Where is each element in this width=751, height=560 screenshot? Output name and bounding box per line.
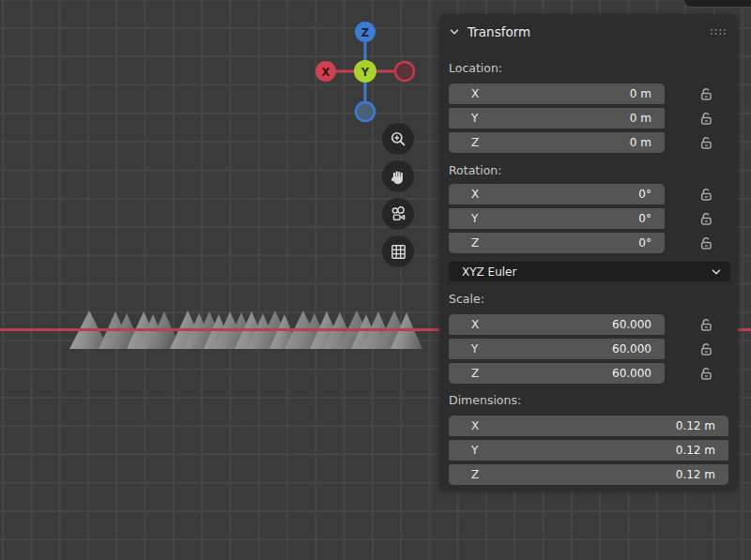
axis-label: X [449,318,479,331]
location-x-row: X 0 m [449,83,728,104]
rotation-x-field[interactable]: X 0° [449,184,665,204]
svg-text:Z: Z [361,26,369,39]
options-button[interactable] [683,0,751,8]
field-value: 0° [638,212,665,225]
field-value: 0 m [630,87,665,100]
collapse-chevron-icon[interactable] [449,26,460,38]
field-value: 0.12 m [676,419,728,432]
gizmo-axis-x-neg[interactable] [395,62,414,81]
lock-open-icon[interactable] [698,341,713,356]
chevron-down-icon [711,266,722,278]
axis-label: X [449,419,479,432]
axis-label: Z [449,136,479,149]
scale-z-field[interactable]: Z 60.000 [449,363,665,384]
field-value: 0 m [630,112,665,125]
grid-icon [390,243,407,261]
axis-label: X [449,188,479,201]
lock-open-icon[interactable] [698,317,713,332]
dimensions-z-row: Z 0.12 m [449,464,728,485]
panel-header: Transform [449,23,728,41]
field-value: 0° [638,188,665,201]
3d-viewport[interactable]: Z X Y Transform Location: [0,0,751,560]
magnifier-icon [390,130,407,148]
ortho-grid-button[interactable] [382,235,414,267]
axis-label: Z [449,468,479,481]
dimensions-z-field[interactable]: Z 0.12 m [449,464,728,485]
rotation-x-row: X 0° [449,184,728,204]
scale-rows: X 60.000 Y 60.000 Z 60.000 [449,314,728,384]
dimensions-x-field[interactable]: X 0.12 m [449,416,728,436]
gizmo-axis-z[interactable]: Z [355,22,376,42]
location-y-field[interactable]: Y 0 m [449,108,665,129]
lock-open-icon[interactable] [698,211,713,226]
axis-label: Y [449,112,478,125]
dimensions-label: Dimensions: [449,393,728,408]
camera-icon [390,205,407,223]
location-y-row: Y 0 m [449,108,728,129]
scale-y-field[interactable]: Y 60.000 [449,339,665,359]
lock-open-icon[interactable] [698,86,713,101]
hand-icon [390,168,407,186]
field-value: 60.000 [612,318,665,331]
rotation-z-field[interactable]: Z 0° [449,233,665,253]
gizmo-axis-y[interactable]: Y [354,60,376,83]
dimensions-y-row: Y 0.12 m [449,440,728,461]
field-value: 0° [638,236,665,250]
scale-x-row: X 60.000 [449,314,728,335]
location-z-row: Z 0 m [449,132,728,153]
scale-y-row: Y 60.000 [449,339,728,359]
axis-label: Y [449,342,478,356]
rotation-mode-value: XYZ Euler [449,265,516,279]
axis-label: X [449,87,479,100]
rotation-y-field[interactable]: Y 0° [449,208,665,229]
transform-panel: Transform Location: X 0 m Y 0 m [439,14,738,491]
zoom-button[interactable] [382,123,414,155]
field-value: 0.12 m [676,468,728,481]
location-rows: X 0 m Y 0 m Z 0 m [449,83,728,153]
rotation-mode-dropdown[interactable]: XYZ Euler [449,262,730,281]
field-value: 60.000 [612,342,665,356]
location-z-field[interactable]: Z 0 m [449,132,665,153]
location-x-field[interactable]: X 0 m [449,83,665,104]
lock-open-icon[interactable] [698,366,713,381]
lock-open-icon[interactable] [698,135,713,150]
dimensions-rows: X 0.12 m Y 0.12 m Z 0.12 m [449,416,728,485]
navigation-gizmo[interactable]: Z X Y [309,15,421,128]
rotation-rows: X 0° Y 0° Z 0° [449,184,728,253]
lock-open-icon[interactable] [698,111,713,126]
lock-open-icon[interactable] [698,235,713,250]
rotation-y-row: Y 0° [449,208,728,229]
gizmo-axis-z-neg[interactable] [356,102,375,121]
dimensions-x-row: X 0.12 m [449,416,728,436]
camera-view-button[interactable] [382,198,414,230]
scale-x-field[interactable]: X 60.000 [449,314,665,335]
panel-grip-icon[interactable] [710,28,727,36]
axis-label: Z [449,367,479,380]
gizmo-axis-x[interactable]: X [315,61,336,82]
field-value: 0.12 m [676,444,728,457]
panel-title: Transform [467,24,530,39]
scale-z-row: Z 60.000 [449,363,728,384]
svg-text:Y: Y [360,66,370,79]
svg-text:X: X [322,66,330,79]
pan-button[interactable] [382,160,414,192]
rotation-label: Rotation: [449,163,728,178]
field-value: 60.000 [612,367,665,380]
axis-label: Z [449,236,479,250]
axis-label: Y [449,212,478,225]
lock-open-icon[interactable] [698,187,713,202]
rotation-z-row: Z 0° [449,233,728,253]
axis-label: Y [449,444,478,457]
location-label: Location: [449,61,728,76]
scale-label: Scale: [449,292,728,307]
field-value: 0 m [630,136,665,149]
dimensions-y-field[interactable]: Y 0.12 m [449,440,728,461]
